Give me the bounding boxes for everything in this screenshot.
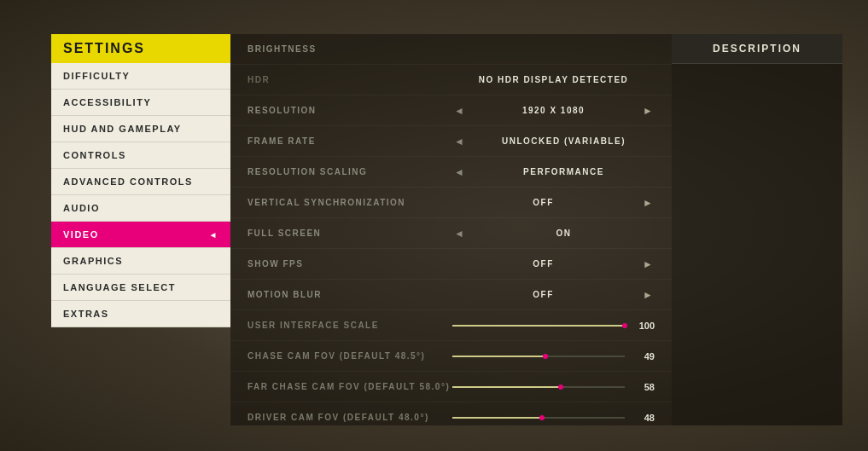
- sidebar-item-hud-gameplay[interactable]: HUD AND GAMEPLAY: [51, 116, 230, 142]
- settings-controls-frame-rate: ◄UNLOCKED (VARIABLE): [452, 136, 655, 147]
- sliders-container: USER INTERFACE SCALE100CHASE CAM FOV (DE…: [230, 310, 672, 425]
- settings-value-resolution: 1920 X 1080: [473, 106, 634, 115]
- arrow-right-show-fps[interactable]: ►: [641, 258, 655, 270]
- slider-row-ui-scale: USER INTERFACE SCALE100: [230, 310, 672, 341]
- settings-row-show-fps: SHOW FPSOFF►: [230, 249, 672, 280]
- slider-row-driver-cam-fov: DRIVER CAM FOV (DEFAULT 48.0°)48: [230, 402, 672, 425]
- slider-label-far-chase-cam-fov: FAR CHASE CAM FOV (DEFAULT 58.0°): [248, 382, 452, 391]
- slider-fill-chase-cam-fov: [452, 356, 545, 357]
- sidebar-title: SETTINGS: [51, 34, 230, 63]
- slider-value-chase-cam-fov: 49: [625, 351, 655, 361]
- settings-value-frame-rate: UNLOCKED (VARIABLE): [473, 136, 655, 146]
- settings-controls-resolution-scaling: ◄PERFORMANCE: [452, 166, 655, 178]
- sidebar-item-label: GRAPHICS: [63, 256, 123, 266]
- slider-label-driver-cam-fov: DRIVER CAM FOV (DEFAULT 48.0°): [248, 413, 452, 422]
- settings-label-resolution: RESOLUTION: [248, 106, 452, 115]
- sidebar-item-label: LANGUAGE SELECT: [63, 282, 176, 292]
- slider-label-chase-cam-fov: CHASE CAM FOV (DEFAULT 48.5°): [248, 351, 452, 361]
- slider-fill-driver-cam-fov: [452, 417, 542, 419]
- settings-label-motion-blur: MOTION BLUR: [248, 290, 452, 299]
- settings-row-motion-blur: MOTION BLUROFF►: [230, 280, 672, 310]
- slider-track-bar-far-chase-cam-fov: [452, 386, 625, 388]
- settings-row-resolution-scaling: RESOLUTION SCALING◄PERFORMANCE: [230, 157, 672, 188]
- main-container: SETTINGS DIFFICULTYACCESSIBILITYHUD AND …: [0, 0, 868, 451]
- settings-controls-full-screen: ◄ON: [452, 228, 655, 240]
- sidebar-items-container: DIFFICULTYACCESSIBILITYHUD AND GAMEPLAYC…: [51, 63, 230, 327]
- sidebar: SETTINGS DIFFICULTYACCESSIBILITYHUD AND …: [51, 34, 230, 425]
- sidebar-item-label: AUDIO: [63, 203, 100, 213]
- slider-track-bar-chase-cam-fov: [452, 356, 625, 357]
- settings-row-full-screen: FULL SCREEN◄ON: [230, 218, 672, 249]
- slider-label-ui-scale: USER INTERFACE SCALE: [248, 321, 452, 330]
- slider-track-bar-ui-scale: [452, 325, 625, 327]
- arrow-right-resolution[interactable]: ►: [641, 105, 655, 117]
- slider-row-far-chase-cam-fov: FAR CHASE CAM FOV (DEFAULT 58.0°)58: [230, 372, 672, 402]
- sidebar-item-difficulty[interactable]: DIFFICULTY: [51, 63, 230, 90]
- slider-value-driver-cam-fov: 48: [625, 413, 655, 423]
- sidebar-item-label: VIDEO: [63, 229, 99, 240]
- settings-label-brightness: BRIGHTNESS: [248, 44, 452, 54]
- sidebar-item-graphics[interactable]: GRAPHICS: [51, 248, 230, 275]
- content-area: BRIGHTNESSHDRNO HDR DISPLAY DETECTEDRESO…: [230, 34, 672, 425]
- settings-controls-resolution: ◄1920 X 1080►: [452, 105, 655, 117]
- slider-row-chase-cam-fov: CHASE CAM FOV (DEFAULT 48.5°)49: [230, 341, 672, 372]
- slider-dot-far-chase-cam-fov: [558, 385, 563, 390]
- sidebar-item-label: CONTROLS: [63, 150, 126, 160]
- arrow-left-frame-rate[interactable]: ◄: [452, 136, 466, 147]
- settings-label-resolution-scaling: RESOLUTION SCALING: [248, 167, 452, 176]
- settings-label-frame-rate: FRAME RATE: [248, 136, 452, 146]
- settings-controls-motion-blur: OFF►: [452, 289, 655, 301]
- slider-value-far-chase-cam-fov: 58: [625, 382, 655, 392]
- slider-value-ui-scale: 100: [625, 321, 655, 331]
- slider-dot-driver-cam-fov: [539, 415, 545, 420]
- arrow-left-resolution-scaling[interactable]: ◄: [452, 166, 466, 178]
- settings-row-frame-rate: FRAME RATE◄UNLOCKED (VARIABLE): [230, 126, 672, 157]
- slider-track-bar-driver-cam-fov: [452, 417, 625, 419]
- slider-track-far-chase-cam-fov[interactable]: [452, 380, 625, 394]
- settings-label-full-screen: FULL SCREEN: [248, 228, 452, 238]
- sidebar-item-controls[interactable]: CONTROLS: [51, 142, 230, 169]
- sidebar-item-label: EXTRAS: [63, 309, 109, 319]
- arrow-right-motion-blur[interactable]: ►: [641, 289, 655, 301]
- settings-value-show-fps: OFF: [452, 259, 634, 269]
- sidebar-active-arrow: ◄: [209, 230, 218, 240]
- settings-controls-vertical-sync: OFF►: [452, 197, 655, 209]
- settings-row-resolution: RESOLUTION◄1920 X 1080►: [230, 95, 672, 126]
- arrow-left-resolution[interactable]: ◄: [452, 105, 466, 117]
- settings-row-hdr: HDRNO HDR DISPLAY DETECTED: [230, 65, 672, 95]
- settings-label-hdr: HDR: [248, 75, 452, 84]
- settings-value-hdr: NO HDR DISPLAY DETECTED: [452, 75, 655, 84]
- sidebar-item-audio[interactable]: AUDIO: [51, 195, 230, 222]
- settings-label-show-fps: SHOW FPS: [248, 259, 452, 269]
- description-panel: DESCRIPTION: [672, 34, 842, 425]
- slider-track-chase-cam-fov[interactable]: [452, 350, 625, 363]
- slider-fill-ui-scale: [452, 325, 625, 327]
- settings-rows-container: BRIGHTNESSHDRNO HDR DISPLAY DETECTEDRESO…: [230, 34, 672, 310]
- slider-track-driver-cam-fov[interactable]: [452, 411, 625, 425]
- sidebar-item-advanced-controls[interactable]: ADVANCED CONTROLS: [51, 169, 230, 195]
- sidebar-item-extras[interactable]: EXTRAS: [51, 301, 230, 327]
- settings-controls-hdr: NO HDR DISPLAY DETECTED: [452, 75, 655, 84]
- settings-label-vertical-sync: VERTICAL SYNCHRONIZATION: [248, 198, 452, 207]
- slider-fill-far-chase-cam-fov: [452, 386, 561, 388]
- settings-value-full-screen: ON: [473, 228, 655, 238]
- slider-track-ui-scale[interactable]: [452, 319, 625, 332]
- settings-value-resolution-scaling: PERFORMANCE: [473, 167, 655, 176]
- arrow-right-vertical-sync[interactable]: ►: [641, 197, 655, 209]
- settings-controls-show-fps: OFF►: [452, 258, 655, 270]
- sidebar-item-label: HUD AND GAMEPLAY: [63, 124, 182, 134]
- settings-row-brightness: BRIGHTNESS: [230, 34, 672, 65]
- sidebar-item-video[interactable]: VIDEO◄: [51, 222, 230, 248]
- settings-row-vertical-sync: VERTICAL SYNCHRONIZATIONOFF►: [230, 188, 672, 218]
- sidebar-item-label: DIFFICULTY: [63, 71, 130, 81]
- description-content: [672, 64, 842, 425]
- sidebar-item-label: ACCESSIBILITY: [63, 97, 151, 107]
- settings-value-vertical-sync: OFF: [452, 198, 634, 207]
- sidebar-item-accessibility[interactable]: ACCESSIBILITY: [51, 90, 230, 116]
- sidebar-item-language-select[interactable]: LANGUAGE SELECT: [51, 275, 230, 301]
- slider-dot-chase-cam-fov: [543, 354, 548, 359]
- settings-value-motion-blur: OFF: [452, 290, 634, 299]
- sidebar-item-label: ADVANCED CONTROLS: [63, 176, 193, 187]
- slider-dot-ui-scale: [622, 323, 627, 328]
- arrow-left-full-screen[interactable]: ◄: [452, 228, 466, 240]
